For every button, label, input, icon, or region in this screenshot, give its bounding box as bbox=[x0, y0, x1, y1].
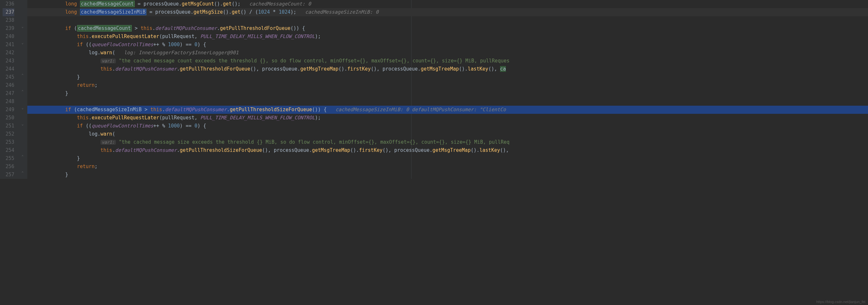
fold-icon[interactable]: ⌄ bbox=[22, 122, 24, 126]
line-number: 242 bbox=[3, 49, 14, 57]
code-text: . bbox=[217, 25, 220, 31]
method: getMsgTreeMap bbox=[312, 147, 350, 153]
code-text: ( bbox=[71, 25, 77, 31]
code-line[interactable] bbox=[27, 16, 868, 24]
line-number: 253 bbox=[3, 138, 14, 146]
line-number: 251 bbox=[3, 122, 14, 130]
code-text: ()) { bbox=[312, 107, 327, 112]
line-number: 254 bbox=[3, 146, 14, 155]
fold-end-icon[interactable]: ⌃ bbox=[22, 90, 24, 94]
line-number: 248 bbox=[3, 98, 14, 106]
code-text: (). bbox=[459, 66, 468, 72]
code-text: ); bbox=[315, 115, 321, 121]
code-content[interactable]: long cachedMessageCount = processQueue.g… bbox=[27, 0, 868, 179]
method: executePullRequestLater bbox=[92, 33, 159, 39]
code-line[interactable]: if (cachedMessageCount > this.defaultMQP… bbox=[27, 24, 868, 33]
code-text: (), processQueue. bbox=[250, 66, 300, 72]
code-text: (). bbox=[223, 9, 231, 15]
number: 1024 bbox=[279, 9, 290, 15]
method: get bbox=[231, 9, 241, 15]
line-number: 243 bbox=[3, 57, 14, 65]
line-number: 237 bbox=[3, 8, 14, 16]
code-text: (). bbox=[350, 147, 359, 153]
code-line[interactable]: return; bbox=[27, 81, 868, 90]
code-text: ++ % bbox=[153, 42, 168, 47]
code-text: ) { bbox=[197, 123, 206, 129]
fold-end-icon[interactable]: ⌃ bbox=[22, 73, 24, 77]
code-line-execution[interactable]: if (cachedMessageSizeInMiB > this.defaul… bbox=[27, 106, 868, 114]
line-number: 239 bbox=[3, 24, 14, 33]
code-line[interactable]: this.executePullRequestLater(pullRequest… bbox=[27, 114, 868, 122]
code-line[interactable] bbox=[27, 98, 868, 106]
fold-icon[interactable]: ⌄ bbox=[22, 106, 24, 110]
code-text: (), bbox=[500, 147, 509, 153]
code-text: (), processQueue. bbox=[371, 66, 421, 72]
method: getPullThresholdSizeForQueue bbox=[230, 107, 312, 112]
code-line[interactable]: } bbox=[27, 171, 868, 179]
code-line[interactable]: log.warn( bbox=[27, 130, 868, 138]
method: warn bbox=[100, 131, 112, 137]
fold-end-icon[interactable]: ⌃ bbox=[22, 171, 24, 175]
method: firstKey bbox=[359, 147, 382, 153]
code-line[interactable]: log.warn( log: InnerLoggerFactory$InnerL… bbox=[27, 49, 868, 57]
code-text: . bbox=[112, 147, 115, 153]
code-text: ); bbox=[290, 9, 297, 15]
code-text: . bbox=[227, 107, 230, 112]
field: queueFlowControlTimes bbox=[92, 42, 154, 47]
keyword: if bbox=[65, 107, 71, 112]
code-text: . bbox=[112, 66, 115, 72]
code-line[interactable]: if ((queueFlowControlTimes++ % 1000) == … bbox=[27, 41, 868, 49]
fold-icon[interactable]: ⌄ bbox=[22, 24, 24, 29]
brace: } bbox=[77, 74, 80, 80]
code-line-current[interactable]: long cachedMessageSizeInMiB = processQue… bbox=[27, 8, 868, 16]
code-text: ()) { bbox=[290, 25, 305, 31]
code-line[interactable]: this.executePullRequestLater(pullRequest… bbox=[27, 33, 868, 41]
code-text: (); bbox=[231, 1, 241, 7]
keyword: if bbox=[65, 25, 71, 31]
line-number: 256 bbox=[3, 163, 14, 171]
line-number: 238 bbox=[3, 16, 14, 24]
keyword: if bbox=[77, 42, 83, 47]
code-line[interactable]: return; bbox=[27, 163, 868, 171]
code-line[interactable]: long cachedMessageCount = processQueue.g… bbox=[27, 0, 868, 8]
fold-gutter[interactable]: ⌄ ⌄ ⌃ ⌃ ⌄ ⌄ ⌃ ⌃ bbox=[20, 0, 27, 179]
code-text: ++ % bbox=[153, 123, 168, 129]
method: getMsgTreeMap bbox=[300, 66, 338, 72]
line-number: 255 bbox=[3, 155, 14, 163]
fold-end-icon[interactable]: ⌃ bbox=[22, 155, 24, 159]
fold-icon[interactable]: ⌄ bbox=[22, 41, 24, 45]
code-text: . bbox=[98, 131, 100, 137]
code-text: (), processQueue. bbox=[262, 147, 312, 153]
code-line[interactable]: var1: "the cached message size exceeds t… bbox=[27, 138, 868, 146]
code-line[interactable]: this.defaultMQPushConsumer.getPullThresh… bbox=[27, 65, 868, 73]
method: getPullThresholdSizeForQueue bbox=[180, 147, 262, 153]
constant: PULL_TIME_DELAY_MILLS_WHEN_FLOW_CONTROL bbox=[200, 115, 315, 121]
field: defaultMQPushConsumer bbox=[115, 147, 177, 153]
code-line[interactable]: } bbox=[27, 90, 868, 98]
code-editor[interactable]: 236 237 238 239 240 241 242 243 244 245 … bbox=[0, 0, 868, 179]
code-text: (), processQueue. bbox=[382, 147, 433, 153]
line-number: 244 bbox=[3, 65, 14, 73]
number: 0 bbox=[194, 123, 197, 129]
code-text: (cachedMessageSizeInMiB > bbox=[71, 107, 150, 112]
variable-highlight: ca bbox=[500, 66, 506, 72]
keyword: this bbox=[141, 25, 152, 31]
code-line[interactable]: } bbox=[27, 73, 868, 81]
code-line[interactable]: if ((queueFlowControlTimes++ % 1000) == … bbox=[27, 122, 868, 130]
method: warn bbox=[100, 50, 112, 56]
method: getMsgCount bbox=[182, 1, 214, 7]
number: 0 bbox=[194, 42, 197, 47]
brace: } bbox=[65, 91, 68, 96]
keyword: long bbox=[65, 1, 77, 7]
code-text: = processQueue. bbox=[135, 1, 182, 7]
keyword: if bbox=[77, 123, 83, 129]
line-number: 236 bbox=[3, 0, 14, 8]
keyword: this bbox=[100, 66, 112, 72]
code-line[interactable]: var1: "the cached message count exceeds … bbox=[27, 57, 868, 65]
variable-highlight: cachedMessageCount bbox=[80, 1, 135, 7]
string: "the cached message size exceeds the thr… bbox=[119, 139, 509, 145]
code-text: (pullRequest, bbox=[159, 33, 200, 39]
line-number: 245 bbox=[3, 73, 14, 81]
code-line[interactable]: this.defaultMQPushConsumer.getPullThresh… bbox=[27, 146, 868, 155]
code-line[interactable]: } bbox=[27, 155, 868, 163]
